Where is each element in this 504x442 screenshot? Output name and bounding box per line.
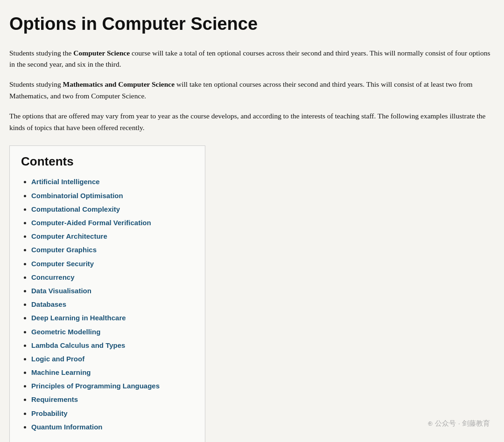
- list-item: Computer Security: [31, 257, 194, 270]
- list-item: Lambda Calculus and Types: [31, 339, 194, 352]
- contents-box: Contents Artificial Intelligence Combina…: [9, 145, 205, 442]
- list-item: Computer Graphics: [31, 243, 194, 256]
- list-item: Machine Learning: [31, 366, 194, 379]
- list-item: Concurrency: [31, 271, 194, 283]
- contents-title: Contents: [21, 154, 194, 169]
- contents-link-computer-aided-formal-verification[interactable]: Computer-Aided Formal Verification: [31, 219, 151, 227]
- intro-paragraph-2: Students studying Mathematics and Comput…: [9, 79, 495, 102]
- contents-link-principles-programming-languages[interactable]: Principles of Programming Languages: [31, 382, 160, 390]
- contents-link-machine-learning[interactable]: Machine Learning: [31, 368, 91, 376]
- contents-link-concurrency[interactable]: Concurrency: [31, 273, 75, 281]
- page-title: Options in Computer Science: [9, 14, 495, 35]
- list-item: Geometric Modelling: [31, 325, 194, 338]
- list-item: Principles of Programming Languages: [31, 380, 194, 392]
- list-item: Computer-Aided Formal Verification: [31, 216, 194, 229]
- bold-math-cs: Mathematics and Computer Science: [63, 80, 175, 88]
- contents-link-computer-architecture[interactable]: Computer Architecture: [31, 232, 107, 240]
- contents-link-probability[interactable]: Probability: [31, 409, 68, 417]
- list-item: Artificial Intelligence: [31, 175, 194, 188]
- contents-link-computational-complexity[interactable]: Computational Complexity: [31, 205, 120, 213]
- contents-link-quantum-information[interactable]: Quantum Information: [31, 423, 103, 431]
- list-item: Combinatorial Optimisation: [31, 189, 194, 202]
- list-item: Computational Complexity: [31, 203, 194, 215]
- contents-link-data-visualisation[interactable]: Data Visualisation: [31, 287, 91, 295]
- contents-link-computer-security[interactable]: Computer Security: [31, 260, 94, 268]
- list-item: Probability: [31, 407, 194, 420]
- contents-link-logic-and-proof[interactable]: Logic and Proof: [31, 355, 84, 363]
- contents-link-lambda-calculus[interactable]: Lambda Calculus and Types: [31, 341, 125, 349]
- watermark: ⊕ 公众号 · 剑藤教育: [427, 419, 490, 428]
- intro-paragraph-1: Students studying the Computer Science c…: [9, 48, 495, 71]
- list-item: Deep Learning in Healthcare: [31, 311, 194, 324]
- contents-link-databases[interactable]: Databases: [31, 300, 66, 308]
- contents-link-combinatorial-optimisation[interactable]: Combinatorial Optimisation: [31, 192, 123, 200]
- list-item: Databases: [31, 298, 194, 311]
- intro-paragraph-3: The options that are offered may vary fr…: [9, 110, 495, 134]
- contents-link-requirements[interactable]: Requirements: [31, 395, 78, 403]
- list-item: Computer Architecture: [31, 230, 194, 242]
- list-item: Data Visualisation: [31, 284, 194, 297]
- contents-link-geometric-modelling[interactable]: Geometric Modelling: [31, 328, 100, 336]
- contents-link-deep-learning-healthcare[interactable]: Deep Learning in Healthcare: [31, 314, 126, 322]
- list-item: Requirements: [31, 393, 194, 406]
- contents-list: Artificial Intelligence Combinatorial Op…: [21, 175, 194, 433]
- list-item: Logic and Proof: [31, 352, 194, 365]
- contents-link-artificial-intelligence[interactable]: Artificial Intelligence: [31, 178, 100, 186]
- contents-link-computer-graphics[interactable]: Computer Graphics: [31, 246, 97, 254]
- list-item: Quantum Information: [31, 421, 194, 433]
- bold-computer-science: Computer Science: [73, 49, 130, 57]
